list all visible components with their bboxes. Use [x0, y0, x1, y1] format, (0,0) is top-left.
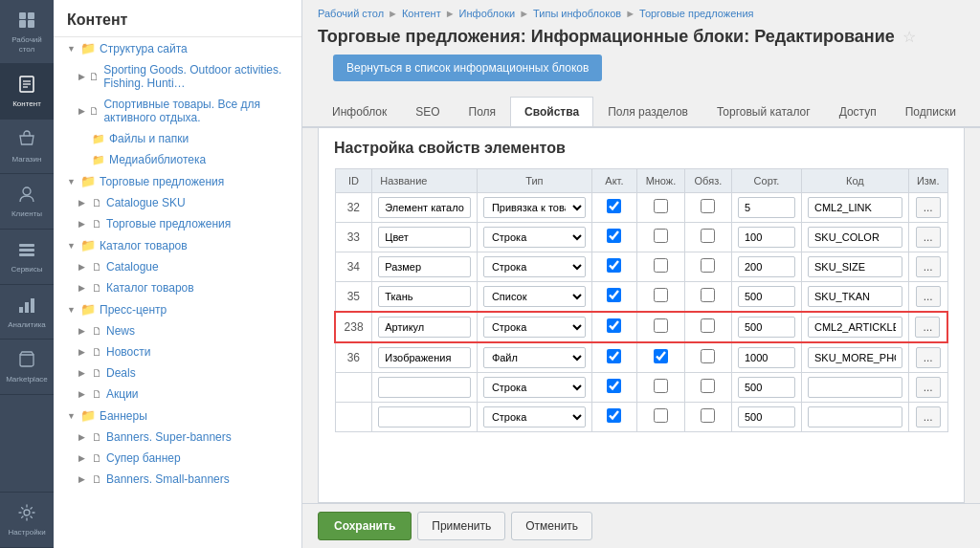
req-checkbox[interactable] — [701, 229, 715, 243]
edit-button[interactable]: ... — [916, 406, 941, 427]
cell-sort[interactable] — [731, 282, 801, 313]
breadcrumb-item-dashboard[interactable]: Рабочий стол — [318, 8, 384, 19]
cell-sort[interactable] — [731, 223, 801, 252]
cell-act[interactable] — [591, 252, 636, 282]
cell-code[interactable] — [801, 193, 908, 223]
cell-edit[interactable]: ... — [908, 373, 947, 403]
cell-edit[interactable]: ... — [908, 403, 947, 432]
tab-seo[interactable]: SEO — [401, 97, 454, 126]
sort-input[interactable] — [738, 317, 795, 338]
tab-infoblok[interactable]: Инфоблок — [318, 97, 401, 126]
favorite-star-icon[interactable]: ☆ — [902, 28, 916, 46]
save-button[interactable]: Сохранить — [318, 512, 412, 540]
nav-item-cat-sku[interactable]: ▶ 🗋 Catalogue SKU — [71, 192, 301, 213]
nav-item-sporting[interactable]: ▶ 🗋 Sporting Goods. Outdoor activities. … — [71, 59, 301, 94]
code-input[interactable] — [808, 347, 902, 368]
cell-act[interactable] — [591, 282, 636, 313]
cell-type[interactable]: Строка — [477, 223, 591, 252]
cell-req[interactable] — [684, 252, 731, 282]
cell-req[interactable] — [684, 403, 731, 432]
cell-req[interactable] — [684, 193, 731, 223]
nav-item-press[interactable]: ▼ 📁 Пресс-центр — [54, 298, 301, 320]
cell-type[interactable]: Строка — [477, 312, 591, 342]
cell-edit[interactable]: ... — [908, 282, 947, 313]
tab-access[interactable]: Доступ — [825, 97, 891, 126]
nav-item-deals[interactable]: ▶ 🗋 Deals — [71, 362, 301, 384]
edit-button[interactable]: ... — [916, 227, 941, 248]
nav-item-label[interactable]: Баннеры — [100, 409, 147, 423]
name-input[interactable] — [378, 256, 471, 277]
req-checkbox[interactable] — [701, 349, 715, 363]
mult-checkbox[interactable] — [654, 318, 668, 333]
nav-item-label[interactable]: Файлы и папки — [109, 132, 189, 145]
name-input[interactable] — [378, 347, 471, 368]
tab-trade-catalog[interactable]: Торговый каталог — [702, 97, 825, 126]
mult-checkbox[interactable] — [654, 199, 668, 213]
sidebar-icon-services[interactable]: Сервисы — [0, 230, 54, 285]
nav-item-label[interactable]: Структура сайта — [100, 42, 188, 55]
cell-mult[interactable] — [637, 252, 685, 282]
cell-sort[interactable] — [731, 373, 801, 403]
nav-item-label[interactable]: Медиабиблиотека — [109, 153, 206, 166]
cell-act[interactable] — [591, 403, 636, 432]
nav-item-label[interactable]: Каталог товаров — [100, 239, 188, 252]
nav-item-trade[interactable]: ▼ 📁 Торговые предложения — [54, 170, 301, 192]
mult-checkbox[interactable] — [654, 229, 668, 243]
back-button[interactable]: Вернуться в список информационных блоков — [333, 55, 602, 81]
nav-item-label[interactable]: Акции — [106, 387, 139, 401]
cell-act[interactable] — [591, 193, 636, 223]
cell-edit[interactable]: ... — [908, 193, 947, 223]
breadcrumb-item-content[interactable]: Контент — [402, 8, 441, 19]
code-input[interactable] — [808, 286, 902, 307]
cell-req[interactable] — [684, 312, 731, 342]
type-select[interactable]: Файл — [483, 347, 586, 368]
cell-act[interactable] — [591, 373, 636, 403]
cell-code[interactable] — [801, 342, 908, 373]
nav-item-label[interactable]: Banners. Super-banners — [106, 430, 232, 444]
cell-sort[interactable] — [731, 252, 801, 282]
cell-req[interactable] — [684, 373, 731, 403]
nav-item-label[interactable]: Торговые предложения — [106, 217, 231, 230]
nav-item-banners[interactable]: ▼ 📁 Баннеры — [54, 405, 301, 427]
tab-fields[interactable]: Поля — [455, 97, 511, 126]
cell-code[interactable] — [801, 282, 908, 313]
code-input[interactable] — [808, 227, 902, 248]
cell-type[interactable]: Строка — [477, 403, 591, 432]
nav-item-catalog[interactable]: ▼ 📁 Каталог товаров — [54, 234, 301, 256]
cell-sort[interactable] — [731, 312, 801, 342]
sort-input[interactable] — [738, 256, 795, 277]
cell-edit[interactable]: ... — [908, 223, 947, 252]
nav-item-label[interactable]: Deals — [106, 366, 136, 380]
code-input[interactable] — [808, 197, 902, 218]
nav-item-media[interactable]: ▶ 📁 Медиабиблиотека — [71, 149, 301, 170]
nav-item-label[interactable]: Пресс-центр — [100, 303, 167, 317]
req-checkbox[interactable] — [701, 199, 715, 213]
cell-name[interactable] — [372, 373, 478, 403]
cell-sort[interactable] — [731, 403, 801, 432]
type-select[interactable]: Строка — [483, 406, 586, 427]
cancel-button[interactable]: Отменить — [511, 512, 592, 540]
act-checkbox[interactable] — [607, 199, 621, 213]
sort-input[interactable] — [738, 286, 795, 307]
req-checkbox[interactable] — [701, 288, 715, 302]
nav-item-label[interactable]: Catalogue — [106, 260, 159, 274]
sidebar-icon-settings[interactable]: Настройки — [0, 492, 54, 548]
cell-mult[interactable] — [637, 223, 685, 252]
type-select[interactable]: Строка — [483, 317, 586, 338]
edit-button[interactable]: ... — [916, 197, 941, 218]
cell-mult[interactable] — [637, 312, 685, 342]
sidebar-icon-marketplace[interactable]: Marketplace — [0, 340, 54, 395]
cell-mult[interactable] — [637, 373, 685, 403]
sidebar-icon-market[interactable]: Магазин — [0, 120, 54, 175]
code-input[interactable] — [808, 317, 902, 338]
nav-item-label[interactable]: Catalogue SKU — [106, 196, 186, 209]
code-input[interactable] — [808, 406, 902, 427]
act-checkbox[interactable] — [607, 258, 621, 273]
edit-button[interactable]: ... — [916, 377, 941, 398]
cell-edit[interactable]: ... — [908, 252, 947, 282]
cell-type[interactable]: Список — [477, 282, 591, 313]
sidebar-icon-content[interactable]: Контент — [0, 64, 54, 120]
sidebar-icon-analytics[interactable]: Аналитика — [0, 285, 54, 340]
nav-item-banners-super[interactable]: ▶ 🗋 Banners. Super-banners — [71, 427, 301, 448]
nav-item-label[interactable]: Каталог товаров — [106, 281, 194, 295]
